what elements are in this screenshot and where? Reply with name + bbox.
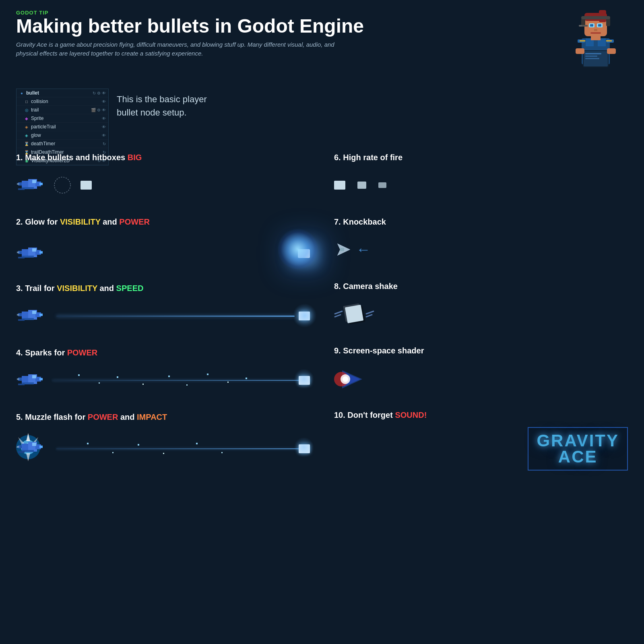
section-2-illustration <box>16 231 310 276</box>
svg-rect-53 <box>17 314 19 316</box>
section-rate-of-fire: 6. High rate of fire <box>334 153 628 209</box>
node-actions-sprite: 👁 <box>102 116 106 121</box>
muzzle-spark-6 <box>221 452 223 453</box>
sprite-icon: ◆ <box>24 116 29 121</box>
node-row-collision: □ collision 👁 <box>17 97 108 106</box>
basic-player-line2: bullet node setup. <box>117 106 207 119</box>
shader-arrow-svg <box>334 366 370 392</box>
section-num-5: 5. Muzzle flash for <box>16 413 88 421</box>
section-big-bullets: 1. Make bullets and hitboxes BIG <box>16 153 310 209</box>
bullet-shape-large <box>80 181 92 190</box>
spark-6 <box>186 384 188 386</box>
svg-rect-21 <box>590 32 601 34</box>
death-timer-icon: ⌛ <box>24 141 29 147</box>
svg-rect-14 <box>581 25 588 27</box>
node-row-bullet: ● bullet ↻ ⚙ 👁 <box>17 89 108 97</box>
glow-orb-container <box>52 249 310 258</box>
section-title-1: 1. Make bullets and hitboxes BIG <box>16 153 310 162</box>
section-trail: 3. Trail for VISIBILITY and SPEED <box>16 284 310 340</box>
muzzle-trail-line <box>56 448 310 449</box>
trail-with-bullet <box>52 312 310 320</box>
knockback-area: ← <box>334 233 371 266</box>
svg-rect-54 <box>32 311 36 314</box>
section-title-3: 3. Trail for VISIBILITY and SPEED <box>16 284 310 293</box>
svg-rect-13 <box>581 16 610 19</box>
collision-icon: □ <box>24 99 29 104</box>
camera-shake-rect <box>345 305 363 323</box>
trail-line <box>56 316 295 317</box>
spark-7 <box>207 374 208 375</box>
motion-line-1 <box>334 310 343 314</box>
hitbox-circle-1 <box>52 175 72 195</box>
svg-rect-47 <box>18 257 25 258</box>
section-title-4: 4. Sparks for POWER <box>16 348 310 357</box>
svg-rect-25 <box>585 56 597 57</box>
section-screen-shader: 9. Screen-space shader <box>334 346 628 402</box>
node-actions-collision: 👁 <box>102 99 106 104</box>
motion-lines-left <box>334 312 343 316</box>
section-7-illustration: ← <box>334 231 628 268</box>
basic-player-description: This is the basic player bullet node set… <box>117 93 207 119</box>
character-avatar <box>564 4 628 68</box>
node-row-deathtimer: ⌛ deathTimer ↻ <box>17 140 108 148</box>
muzzle-spark-2 <box>112 452 114 453</box>
spark-2 <box>99 382 100 384</box>
section-title-5: 5. Muzzle flash for POWER and IMPACT <box>16 413 310 422</box>
section-title-2: 2. Glow for VISIBILITY and POWER <box>16 217 310 227</box>
svg-rect-52 <box>39 314 43 316</box>
svg-rect-24 <box>585 53 601 54</box>
spark-1 <box>78 374 80 376</box>
svg-rect-83 <box>18 451 25 453</box>
section-title-6: 6. High rate of fire <box>334 153 628 162</box>
section-highlight-power-4: POWER <box>67 348 98 357</box>
sparks-trail-line <box>52 380 310 381</box>
section-sparks: 4. Sparks for POWER <box>16 348 310 405</box>
section-9-illustration <box>334 360 628 396</box>
gravity-ace-logo: GRAVITY ACE <box>528 427 628 471</box>
sparks-area <box>52 370 310 390</box>
motion-lines-right <box>365 312 374 316</box>
sparks-end-bullet-wrap <box>299 376 310 385</box>
ship-sprite-4 <box>16 369 44 392</box>
particle-icon: ◈ <box>24 124 29 130</box>
svg-rect-56 <box>18 319 25 321</box>
section-4-illustration <box>16 362 310 398</box>
svg-rect-81 <box>32 443 36 446</box>
section-highlight-speed-3: SPEED <box>116 284 144 293</box>
ship-sprite-3 <box>16 305 44 327</box>
two-column-layout: 1. Make bullets and hitboxes BIG <box>16 153 628 479</box>
node-actions-trail: 🎬 ⚙ 👁 <box>91 108 106 112</box>
svg-rect-19 <box>598 24 601 27</box>
node-actions-deathtimer: ↻ <box>103 142 106 146</box>
ship-sprite-5 <box>16 437 44 459</box>
svg-rect-61 <box>39 378 43 380</box>
section-num-3: 3. Trail for <box>16 284 57 293</box>
svg-rect-27 <box>576 48 584 54</box>
shader-arrow-container <box>334 366 370 394</box>
bullet-icon: ● <box>19 90 25 96</box>
spark-9 <box>246 378 247 379</box>
node-name-collision: collision <box>31 99 102 104</box>
section-highlight-power-2: POWER <box>119 217 150 226</box>
page-subtitle: Gravity Ace is a game about precision fl… <box>16 40 338 58</box>
section-highlight-visibility-3: VISIBILITY <box>57 284 97 293</box>
motion-line-3 <box>365 310 374 314</box>
svg-rect-45 <box>32 248 36 252</box>
spark-4 <box>142 384 144 385</box>
godot-tip-tag: GODOT TIP <box>16 10 628 16</box>
muzzle-spark-3 <box>138 444 139 446</box>
svg-rect-62 <box>17 378 19 380</box>
camera-shake-visual <box>334 298 374 330</box>
section-text-7: 7. Knockback <box>334 217 386 226</box>
trail-glow <box>293 303 317 328</box>
rate-bullet-1 <box>334 181 345 190</box>
node-row-glow: ◈ glow 👁 <box>17 131 108 140</box>
trail-bullet-glow-wrap <box>299 312 310 320</box>
spark-3 <box>117 376 118 378</box>
rate-bullet-3 <box>378 182 386 188</box>
spark-5 <box>168 376 170 377</box>
left-column: 1. Make bullets and hitboxes BIG <box>16 153 310 479</box>
section-highlight-visibility-2: VISIBILITY <box>60 217 101 226</box>
section-mid-5: and <box>120 413 137 421</box>
node-row-trail: ◎ trail 🎬 ⚙ 👁 <box>17 106 108 114</box>
